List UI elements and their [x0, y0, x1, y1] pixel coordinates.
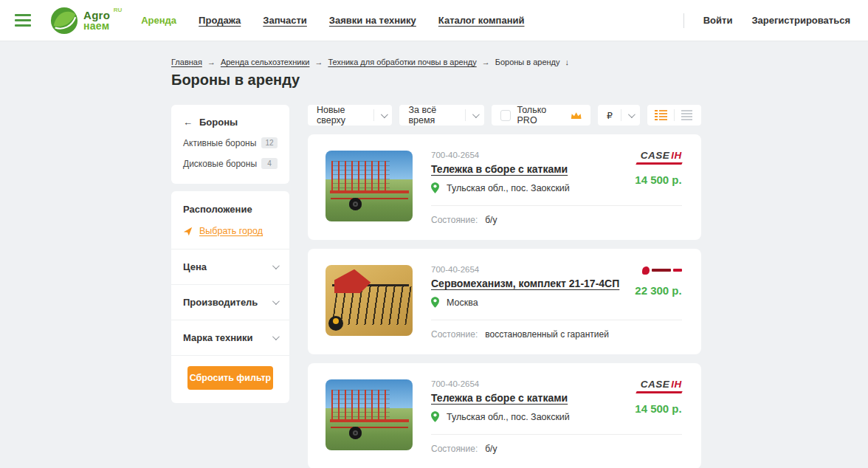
nav-item-arenda[interactable]: Аренда	[141, 15, 176, 26]
listing-price: 14 500 р.	[635, 173, 681, 186]
chevron-down-icon	[272, 333, 280, 340]
filter-label: Производитель	[183, 297, 258, 308]
reset-filter-button[interactable]: Сбросить фильтр	[187, 366, 273, 390]
breadcrumb-separator: →	[482, 58, 490, 66]
checkbox-unchecked[interactable]	[500, 110, 511, 121]
choose-city-label: Выбрать город	[199, 226, 263, 236]
site-logo[interactable]: Agro наем RU	[50, 7, 122, 35]
condition-value: б/у	[485, 215, 497, 225]
brand-ih-text: IH	[671, 150, 682, 161]
filter-price[interactable]: Цена	[171, 250, 289, 284]
divider	[373, 109, 374, 121]
divider	[465, 109, 466, 121]
listing-card[interactable]: 700-40-2654 Сервомеханизм, комплект 21-1…	[308, 249, 701, 354]
listing-price: 14 500 р.	[635, 402, 681, 415]
nav-item-zayavki[interactable]: Заявки на технику	[329, 15, 416, 26]
breadcrumb-separator: →	[314, 58, 323, 66]
logo-leaf-icon	[50, 7, 78, 35]
register-link[interactable]: Зарегистрироваться	[751, 15, 850, 26]
period-value: За всё время	[408, 105, 464, 125]
photo-harrow-beam	[330, 419, 409, 422]
photo-harrow-frame	[331, 161, 390, 191]
hamburger-menu-icon[interactable]	[15, 14, 31, 27]
photo-wheel	[349, 427, 362, 439]
breadcrumb-current[interactable]: Бороны в аренду	[495, 58, 560, 66]
category-back[interactable]: ← Бороны	[183, 117, 278, 128]
photo-harrow-beam	[330, 190, 409, 193]
breadcrumb-expand-arrow-icon[interactable]: ↓	[565, 58, 570, 66]
listing-title-link[interactable]: Сервомеханизм, комплект 21-17-4СП	[431, 278, 619, 289]
chevron-down-icon	[272, 262, 280, 269]
location-title: Расположение	[183, 204, 278, 215]
listing-location: Тульская обл., пос. Заокский	[447, 183, 570, 193]
divider	[431, 320, 682, 320]
count-badge: 12	[261, 137, 278, 148]
period-select[interactable]: За всё время	[399, 105, 483, 125]
brand-underline	[636, 162, 682, 165]
breadcrumb: Главная → Аренда сельхозтехники → Техник…	[171, 58, 696, 66]
brand-case-text: CASE	[641, 379, 670, 390]
filter-brand[interactable]: Марка техники	[171, 320, 289, 355]
listing-title-link[interactable]: Тележка в сборе с катками	[431, 163, 568, 175]
listing-column: Новые сверху За всё время Только PRO	[308, 105, 701, 468]
main-nav: Аренда Продажа Запчасти Заявки на техник…	[141, 15, 524, 26]
brand-case-text: CASE	[641, 150, 670, 161]
listing-location: Тульская обл., пос. Заокский	[447, 412, 570, 422]
listing-toolbar: Новые сверху За всё время Только PRO	[308, 105, 701, 125]
filter-manufacturer[interactable]: Производитель	[171, 285, 289, 320]
chevron-down-icon	[272, 297, 280, 305]
breadcrumb-tehnika-pochvy[interactable]: Техника для обработки почвы в аренду	[328, 58, 476, 66]
location-block: Расположение Выбрать город	[171, 191, 289, 249]
listing-title-link[interactable]: Тележка в сборе с катками	[431, 392, 568, 404]
category-item-label: Дисковые бороны	[183, 159, 257, 169]
breadcrumb-separator: →	[207, 58, 216, 66]
small-red-brand-logo-icon	[642, 265, 682, 275]
page-title: Бороны в аренду	[171, 72, 696, 89]
logo-wordmark: Agro наем RU	[83, 10, 122, 31]
listing-price: 22 300 р.	[635, 284, 681, 297]
listing-code: 700-40-2654	[431, 265, 619, 274]
location-pin-icon	[431, 297, 439, 308]
category-item-diskovye-borony[interactable]: Дисковые бороны 4	[183, 158, 278, 169]
brand-emblem	[642, 266, 650, 275]
login-link[interactable]: Войти	[703, 15, 733, 26]
list-bullets-icon[interactable]	[655, 110, 667, 120]
currency-value: ₽	[607, 110, 613, 121]
chevron-down-icon	[472, 111, 480, 118]
brand-text-mark	[673, 269, 682, 272]
filter-label: Марка техники	[183, 332, 253, 343]
filter-sidebar: ← Бороны Активные бороны 12 Дисковые бор…	[171, 105, 289, 403]
logo-country-code: RU	[114, 7, 123, 13]
breadcrumb-home[interactable]: Главная	[171, 58, 202, 66]
listing-photo-harrow-straw[interactable]	[326, 265, 413, 336]
listing-photo-red-harrow-grass[interactable]	[326, 379, 413, 450]
condition-label: Состояние:	[431, 215, 478, 225]
nav-item-zapchasti[interactable]: Запчасти	[263, 15, 307, 26]
divider	[431, 434, 682, 435]
listing-location: Москва	[447, 297, 478, 308]
pro-only-checkbox[interactable]: Только PRO	[492, 105, 590, 125]
photo-harrow-frame	[331, 390, 390, 420]
listing-card[interactable]: 700-40-2654 Тележка в сборе с катками Ту…	[308, 363, 701, 468]
count-badge: 4	[261, 158, 278, 169]
list-lines-icon[interactable]	[681, 110, 694, 120]
top-header: Agro наем RU Аренда Продажа Запчасти Зая…	[0, 0, 868, 41]
location-pin-icon	[431, 182, 439, 193]
condition-label: Состояние:	[431, 329, 478, 340]
choose-city-link[interactable]: Выбрать город	[183, 226, 278, 236]
brand-logo-caseih: CASEIH	[636, 379, 682, 393]
sort-select[interactable]: Новые сверху	[308, 105, 392, 125]
category-item-label: Активные бороны	[183, 138, 256, 148]
listing-code: 700-40-2654	[431, 379, 570, 388]
location-pin-icon	[431, 411, 439, 422]
category-card: ← Бороны Активные бороны 12 Дисковые бор…	[171, 105, 289, 184]
listing-card[interactable]: 700-40-2654 Тележка в сборе с катками Ту…	[308, 134, 701, 240]
currency-select[interactable]: ₽	[598, 105, 640, 125]
logo-word-top: Agro	[83, 10, 110, 21]
category-item-active-borony[interactable]: Активные бороны 12	[183, 137, 278, 148]
nav-item-prodazha[interactable]: Продажа	[199, 15, 241, 26]
breadcrumb-arenda-selhoztehniki[interactable]: Аренда сельхозтехники	[221, 58, 310, 66]
listing-photo-red-harrow-grass[interactable]	[326, 151, 413, 221]
nav-item-katalog[interactable]: Каталог компаний	[438, 15, 525, 26]
divider	[431, 205, 682, 206]
